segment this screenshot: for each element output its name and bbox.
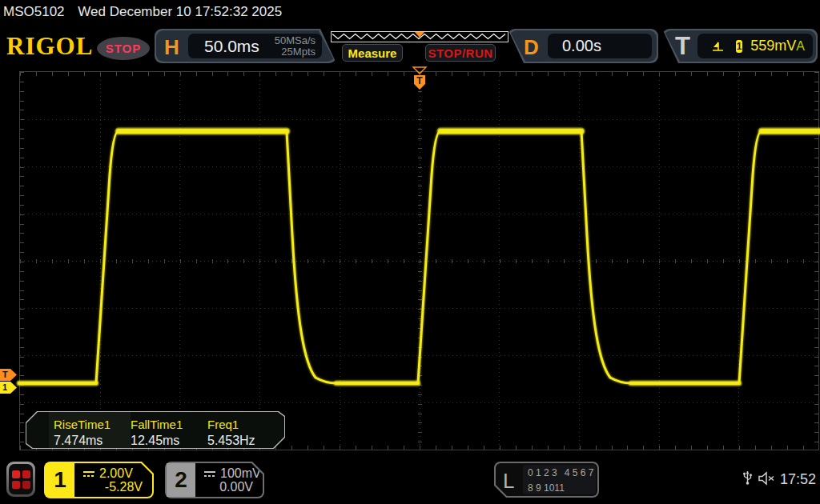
trigger-panel[interactable]: T 1 559mV A [662, 29, 818, 63]
channel2-offset: 0.00V [219, 480, 253, 494]
sample-rate: 50MSa/s [275, 34, 316, 46]
measurement-value: 12.45ms [131, 434, 183, 448]
datetime-label: Wed December 10 17:52:32 2025 [78, 4, 282, 19]
channel2-number: 2 [167, 463, 195, 497]
gridline-horizontal [20, 402, 818, 403]
digital-row: 8 9 101112131415 [528, 481, 596, 504]
delay-value: 0.00s [562, 37, 601, 55]
status-bar: MSO5102 Wed December 10 17:52:32 2025 [0, 0, 820, 24]
svg-text:T: T [416, 75, 423, 86]
timebase-value: 50.0ms [204, 37, 259, 56]
delay-panel[interactable]: D 0.00s [508, 29, 658, 63]
digital-label: L [503, 469, 514, 494]
horizontal-panel[interactable]: H 50.0ms 50MSa/s 25Mpts [155, 29, 336, 63]
clock-label: 17:52 [780, 471, 816, 488]
timebase-box: 50.0ms 50MSa/s 25Mpts [188, 34, 322, 58]
channel1-scale: 2.00V [99, 466, 133, 481]
usb-icon [742, 469, 753, 486]
dc-coupling-icon [203, 469, 216, 478]
channel1-offset: -5.28V [105, 480, 143, 494]
measurement-label: Freq1 [207, 418, 255, 431]
gridline-horizontal [20, 261, 818, 262]
acquisition-info: 50MSa/s 25Mpts [275, 35, 316, 58]
memory-depth: 25Mpts [281, 46, 316, 58]
oscilloscope-screen: MSO5102 Wed December 10 17:52:32 2025 RI… [0, 0, 820, 504]
horizontal-label: H [164, 35, 179, 60]
measurement-value: 5.453Hz [207, 434, 255, 448]
channel1-ground-marker[interactable]: 1 [0, 382, 17, 394]
measurement-value: 7.474ms [54, 434, 111, 448]
trigger-level-marker[interactable]: T [0, 369, 17, 381]
trigger-level-value: 559mV [750, 38, 796, 54]
channel2-scale: 100mV [220, 466, 261, 481]
measurement-panel-body: RiseTime1 7.474ms FallTime1 12.45ms Freq… [26, 412, 284, 448]
measurement-item: Freq1 5.453Hz [207, 412, 255, 448]
run-state-badge: STOP [97, 37, 150, 60]
model-label: MSO5102 [3, 4, 65, 19]
measurement-item: RiseTime1 7.474ms [54, 412, 111, 448]
speaker-muted-icon [758, 471, 777, 486]
dc-coupling-icon [82, 469, 95, 478]
trigger-rising-edge-icon [710, 40, 725, 53]
channel2-box[interactable]: 2 100mV 0.00V [165, 462, 264, 498]
gridline-horizontal [20, 355, 818, 356]
digital-row: 0 1 2 34 5 6 7 [528, 466, 596, 481]
gridline-horizontal [20, 119, 818, 120]
measure-button[interactable]: Measure [342, 44, 403, 62]
horizontal-panel-body: H 50.0ms 50MSa/s 25Mpts [156, 30, 335, 62]
graticule [19, 71, 819, 450]
channel1-box[interactable]: 1 2.00V -5.28V [44, 462, 154, 498]
digital-channels-box[interactable]: L 0 1 2 34 5 6 7 8 9 101112131415 [494, 462, 599, 498]
delay-label: D [524, 35, 539, 60]
rigol-logo: RIGOL [6, 32, 93, 61]
preview-position-marker[interactable] [415, 32, 424, 38]
trigger-panel-body: T 1 559mV A [664, 30, 816, 62]
trigger-mode: A [796, 39, 805, 54]
grid-menu-icon[interactable] [6, 462, 35, 497]
delay-panel-body: D 0.00s [509, 30, 657, 62]
gridline-horizontal [20, 166, 818, 167]
measurement-item: FallTime1 12.45ms [131, 412, 183, 448]
trigger-source-badge: 1 [736, 40, 742, 53]
gridline-horizontal [20, 214, 818, 214]
measurement-label: RiseTime1 [54, 418, 111, 431]
waveform-preview-strip[interactable] [331, 31, 508, 42]
trigger-label: T [675, 32, 690, 61]
channel1-number: 1 [46, 463, 74, 497]
gridline-horizontal [20, 308, 818, 309]
measurement-label: FallTime1 [131, 418, 183, 431]
stop-run-button[interactable]: STOP/RUN [425, 44, 496, 62]
measurement-panel[interactable]: RiseTime1 7.474ms FallTime1 12.45ms Freq… [26, 411, 285, 449]
trigger-position-marker[interactable]: T [412, 66, 428, 90]
digital-channel-numbers: 0 1 2 34 5 6 7 8 9 101112131415 [523, 465, 596, 494]
